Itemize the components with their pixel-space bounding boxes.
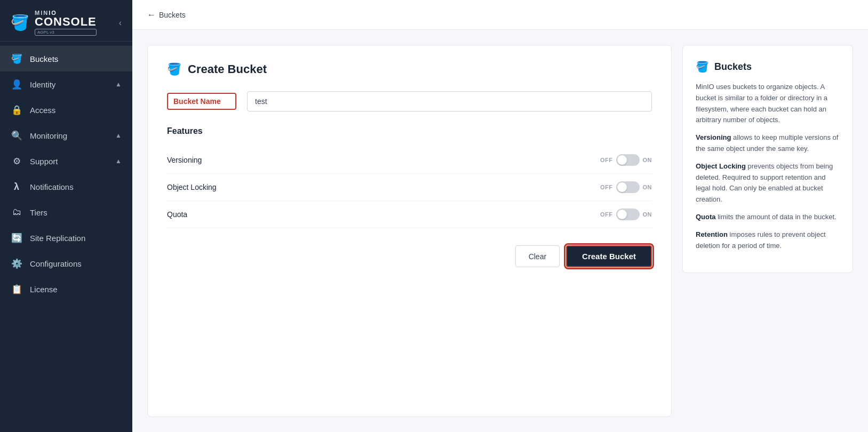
versioning-toggle-group: OFF ON <box>600 154 652 166</box>
info-panel-title: Buckets <box>714 61 752 73</box>
object-locking-on-label: ON <box>643 184 652 190</box>
bucket-name-input[interactable] <box>247 91 652 111</box>
tiers-icon: 🗂 <box>11 206 22 218</box>
sidebar-item-label: Identity <box>30 80 55 89</box>
sidebar: 🪣 MINIO CONSOLE AGPL v3 ‹ 🪣 Buckets 👤 Id… <box>0 0 132 432</box>
sidebar-item-label: Buckets <box>30 54 58 63</box>
sidebar-item-support[interactable]: ⚙ Support ▲ <box>0 148 132 174</box>
content-area: 🪣 Create Bucket Bucket Name Features Ver… <box>132 30 868 432</box>
info-paragraph-0: MinIO uses buckets to organize objects. … <box>696 82 840 126</box>
versioning-on-label: ON <box>643 157 652 163</box>
object-locking-label: Object Locking <box>167 183 600 191</box>
sidebar-item-label: Access <box>30 106 55 115</box>
license-icon: 📋 <box>11 283 22 295</box>
monitoring-icon: 🔍 <box>11 130 22 141</box>
sidebar-item-label: Tiers <box>30 208 47 217</box>
chevron-up-icon: ▲ <box>115 132 122 139</box>
quota-knob <box>617 210 627 219</box>
access-icon: 🔒 <box>11 104 22 116</box>
sidebar-item-label: Site Replication <box>30 234 85 243</box>
sidebar-item-access[interactable]: 🔒 Access <box>0 97 132 123</box>
info-panel: 🪣 Buckets MinIO uses buckets to organize… <box>682 45 853 273</box>
info-panel-title-row: 🪣 Buckets <box>696 60 840 73</box>
info-paragraph-3: Quota limits the amount of data in the b… <box>696 212 840 223</box>
chevron-up-icon: ▲ <box>115 157 122 165</box>
sidebar-item-label: Notifications <box>30 182 74 191</box>
form-card-title: 🪣 Create Bucket <box>167 62 652 76</box>
action-buttons-row: Clear Create Bucket <box>167 245 652 267</box>
identity-icon: 👤 <box>11 78 22 90</box>
info-paragraph-4: Retention imposes rules to prevent objec… <box>696 229 840 252</box>
sidebar-item-monitoring[interactable]: 🔍 Monitoring ▲ <box>0 123 132 148</box>
sidebar-item-license[interactable]: 📋 License <box>0 276 132 302</box>
object-locking-toggle[interactable] <box>616 181 640 193</box>
sidebar-item-label: Configurations <box>30 259 82 268</box>
clear-button[interactable]: Clear <box>515 245 560 267</box>
sidebar-item-notifications[interactable]: λ Notifications <box>0 174 132 199</box>
bucket-name-label: Bucket Name <box>167 93 236 110</box>
object-locking-off-label: OFF <box>600 184 613 190</box>
sidebar-nav: 🪣 Buckets 👤 Identity ▲ 🔒 Access 🔍 Monito… <box>0 42 132 432</box>
buckets-icon: 🪣 <box>11 53 22 65</box>
sidebar-item-identity[interactable]: 👤 Identity ▲ <box>0 71 132 97</box>
quota-on-label: ON <box>643 211 652 218</box>
versioning-off-label: OFF <box>600 157 613 163</box>
versioning-feature-row: Versioning OFF ON <box>167 147 652 174</box>
sidebar-item-configurations[interactable]: ⚙️ Configurations <box>0 251 132 276</box>
sidebar-item-tiers[interactable]: 🗂 Tiers <box>0 199 132 225</box>
versioning-knob <box>617 155 627 165</box>
support-icon: ⚙ <box>11 155 22 167</box>
back-link-label: Buckets <box>159 11 186 19</box>
main-content: ← Buckets 🪣 Create Bucket Bucket Name Fe… <box>132 0 868 432</box>
bucket-title-icon: 🪣 <box>167 62 181 76</box>
configurations-icon: ⚙️ <box>11 258 22 269</box>
sidebar-item-label: Support <box>30 157 58 166</box>
back-link[interactable]: ← Buckets <box>147 10 186 20</box>
notifications-icon: λ <box>11 181 22 193</box>
sidebar-collapse-button[interactable]: ‹ <box>119 18 122 28</box>
sidebar-item-label: License <box>30 285 58 294</box>
object-locking-feature-row: Object Locking OFF ON <box>167 174 652 201</box>
info-panel-icon: 🪣 <box>696 60 709 73</box>
versioning-label: Versioning <box>167 156 600 164</box>
features-title: Features <box>167 126 652 136</box>
sidebar-item-site-replication[interactable]: 🔄 Site Replication <box>0 225 132 251</box>
quota-toggle-group: OFF ON <box>600 209 652 220</box>
quota-feature-row: Quota OFF ON <box>167 201 652 228</box>
logo-text: MINIO CONSOLE AGPL v3 <box>35 10 97 36</box>
sidebar-item-buckets[interactable]: 🪣 Buckets <box>0 46 132 71</box>
sidebar-item-label: Monitoring <box>30 131 67 140</box>
form-title-text: Create Bucket <box>188 62 267 76</box>
site-replication-icon: 🔄 <box>11 232 22 244</box>
logo-console: CONSOLE <box>35 16 97 28</box>
back-arrow-icon: ← <box>147 10 156 20</box>
chevron-up-icon: ▲ <box>115 81 122 88</box>
object-locking-knob <box>617 182 627 192</box>
create-bucket-form-card: 🪣 Create Bucket Bucket Name Features Ver… <box>147 45 672 417</box>
logo-area: 🪣 MINIO CONSOLE AGPL v3 ‹ <box>0 0 132 42</box>
versioning-toggle[interactable] <box>616 154 640 166</box>
info-paragraph-1: Versioning allows to keep multiple versi… <box>696 132 840 155</box>
bucket-name-field-row: Bucket Name <box>167 91 652 111</box>
quota-toggle[interactable] <box>616 209 640 220</box>
quota-off-label: OFF <box>600 211 613 218</box>
create-bucket-button[interactable]: Create Bucket <box>566 245 652 267</box>
topbar: ← Buckets <box>132 0 868 30</box>
quota-label: Quota <box>167 210 600 219</box>
object-locking-toggle-group: OFF ON <box>600 181 652 193</box>
logo-badge: AGPL v3 <box>35 29 97 36</box>
info-paragraph-2: Object Locking prevents objects from bei… <box>696 161 840 205</box>
logo-icon: 🪣 <box>11 14 29 31</box>
